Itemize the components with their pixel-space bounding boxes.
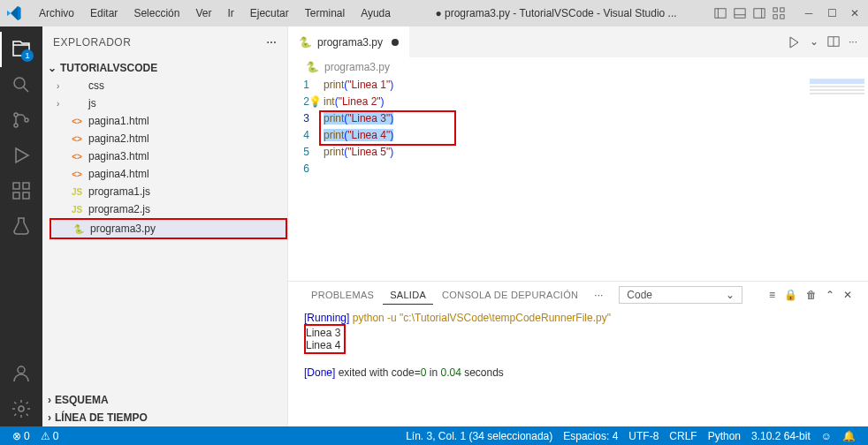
menu-ver[interactable]: Ver (188, 4, 218, 23)
file-pagina2-html[interactable]: <>pagina2.html (49, 130, 287, 147)
js-icon: JS (71, 203, 83, 215)
status-notifications-icon[interactable]: 🔔 (837, 430, 861, 442)
explorer-badge: 1 (21, 49, 34, 62)
activity-settings[interactable] (0, 391, 42, 426)
toggle-panel-right-icon[interactable] (753, 7, 765, 19)
folder-js[interactable]: ›js (49, 94, 287, 112)
tab-label: programa3.py (317, 36, 383, 49)
run-button[interactable] (787, 35, 801, 49)
breadcrumb[interactable]: 🐍 programa3.py (288, 57, 868, 77)
panel-close-icon[interactable]: ✕ (843, 289, 852, 301)
toggle-panel-bottom-icon[interactable] (734, 7, 746, 19)
chevron-right-icon: › (48, 411, 51, 424)
error-icon: ⊗ (12, 430, 21, 442)
filter-icon[interactable]: ≡ (769, 289, 775, 301)
sidebar-explorer: EXPLORADOR ··· ⌄ TUTORIALVSCODE ›css ›js… (42, 26, 288, 426)
activity-testing[interactable] (0, 208, 42, 244)
panel-tabs-more-icon[interactable]: ··· (587, 289, 610, 301)
activity-accounts[interactable] (0, 356, 42, 391)
python-icon: 🐍 (72, 222, 85, 235)
maximize-button[interactable]: ☐ (826, 7, 838, 19)
close-button[interactable]: ✕ (849, 7, 861, 19)
activity-extensions[interactable] (0, 173, 42, 208)
file-pagina4-html[interactable]: <>pagina4.html (49, 165, 287, 183)
menu-editar[interactable]: Editar (83, 4, 125, 23)
window-controls: ─ ☐ ✕ (803, 7, 861, 19)
status-bar: ⊗0 ⚠0 Lín. 3, Col. 1 (34 seleccionada) E… (0, 426, 868, 445)
panel-tab-salida[interactable]: SALIDA (383, 286, 433, 305)
folder-icon (71, 97, 83, 109)
code-content[interactable]: print("Linea 1") 💡int("Linea 2") print("… (324, 77, 806, 281)
status-python-version[interactable]: 3.10.2 64-bit (746, 430, 816, 442)
status-warnings[interactable]: ⚠0 (35, 430, 65, 442)
layout-controls (714, 7, 785, 19)
file-pagina1-html[interactable]: <>pagina1.html (49, 112, 287, 130)
html-icon: <> (71, 132, 83, 145)
status-language[interactable]: Python (703, 430, 746, 442)
file-programa3-py[interactable]: 🐍programa3.py (49, 218, 287, 239)
status-eol[interactable]: CRLF (664, 430, 702, 442)
bottom-panel: PROBLEMAS SALIDA CONSOLA DE DEPURACIÓN ·… (288, 281, 868, 426)
status-feedback-icon[interactable]: ☺ (816, 430, 837, 442)
activity-explorer[interactable]: 1 (0, 32, 42, 67)
minimize-button[interactable]: ─ (803, 7, 815, 19)
panel-tab-consola[interactable]: CONSOLA DE DEPURACIÓN (435, 286, 585, 304)
panel-actions: ≡ 🔒 🗑 ⌃ ✕ (769, 289, 852, 301)
chevron-down-icon: ⌄ (48, 62, 57, 74)
status-encoding[interactable]: UTF-8 (623, 430, 664, 442)
minimap[interactable] (806, 77, 868, 281)
sidebar-more-icon[interactable]: ··· (266, 36, 277, 49)
tab-programa3-py[interactable]: 🐍 programa3.py (288, 26, 409, 57)
status-spaces[interactable]: Espacios: 4 (558, 430, 623, 442)
section-esquema[interactable]: ›ESQUEMA (42, 391, 287, 409)
annotation-output-box: Linea 3 Linea 4 (304, 324, 346, 354)
svg-point-10 (14, 78, 25, 88)
svg-rect-0 (715, 9, 726, 19)
html-icon: <> (71, 115, 83, 127)
lock-scroll-icon[interactable]: 🔒 (784, 289, 797, 301)
editor-tabs: 🐍 programa3.py ⌄ ··· (288, 26, 868, 57)
customize-layout-icon[interactable] (773, 7, 785, 19)
section-timeline[interactable]: ›LÍNEA DE TIEMPO (42, 409, 287, 426)
file-pagina3-html[interactable]: <>pagina3.html (49, 147, 287, 165)
title-bar: Archivo Editar Selección Ver Ir Ejecutar… (0, 0, 868, 26)
output-content[interactable]: [Running] python -u "c:\TutorialVSCode\t… (288, 308, 868, 426)
html-icon: <> (71, 150, 83, 162)
menu-ejecutar[interactable]: Ejecutar (243, 4, 296, 23)
file-programa2-js[interactable]: JSprograma2.js (49, 200, 287, 218)
project-root[interactable]: ⌄ TUTORIALVSCODE (42, 59, 287, 77)
menu-seleccion[interactable]: Selección (126, 4, 187, 23)
activity-search[interactable] (0, 67, 42, 102)
code-editor[interactable]: 123456 print("Linea 1") 💡int("Linea 2") … (288, 77, 868, 281)
svg-rect-7 (780, 8, 784, 11)
python-icon: 🐍 (306, 61, 319, 73)
status-line-col[interactable]: Lín. 3, Col. 1 (34 seleccionada) (400, 430, 558, 442)
main-area: 1 EXPLORADOR ··· ⌄ TUTORIALVSCODE ›css ›… (0, 26, 868, 426)
menu-ir[interactable]: Ir (220, 4, 240, 23)
menu-terminal[interactable]: Terminal (298, 4, 352, 23)
sidebar-header: EXPLORADOR ··· (42, 26, 287, 57)
clear-output-icon[interactable]: 🗑 (806, 289, 817, 301)
file-programa1-js[interactable]: JSprograma1.js (49, 183, 287, 200)
activity-source-control[interactable] (0, 102, 42, 138)
split-editor-icon[interactable] (827, 35, 840, 49)
html-icon: <> (71, 168, 83, 180)
sidebar-section-project: ⌄ TUTORIALVSCODE ›css ›js <>pagina1.html… (42, 57, 287, 241)
status-errors[interactable]: ⊗0 (7, 430, 35, 442)
more-actions-icon[interactable]: ··· (849, 35, 857, 49)
lightbulb-icon[interactable]: 💡 (308, 94, 321, 110)
activity-run-debug[interactable] (0, 138, 42, 173)
panel-tab-problemas[interactable]: PROBLEMAS (304, 286, 381, 304)
editor-actions: ⌄ ··· (787, 35, 868, 49)
toggle-panel-left-icon[interactable] (714, 7, 727, 19)
chevron-down-icon[interactable]: ⌄ (810, 35, 819, 49)
python-icon: 🐍 (299, 36, 312, 49)
output-channel-dropdown[interactable]: Code⌄ (619, 286, 742, 304)
menu-archivo[interactable]: Archivo (32, 4, 81, 23)
menu-ayuda[interactable]: Ayuda (354, 4, 398, 23)
svg-rect-18 (23, 192, 29, 199)
panel-chevron-up-icon[interactable]: ⌃ (826, 289, 834, 301)
folder-css[interactable]: ›css (49, 77, 287, 94)
svg-rect-8 (773, 15, 777, 19)
svg-point-13 (14, 124, 18, 127)
